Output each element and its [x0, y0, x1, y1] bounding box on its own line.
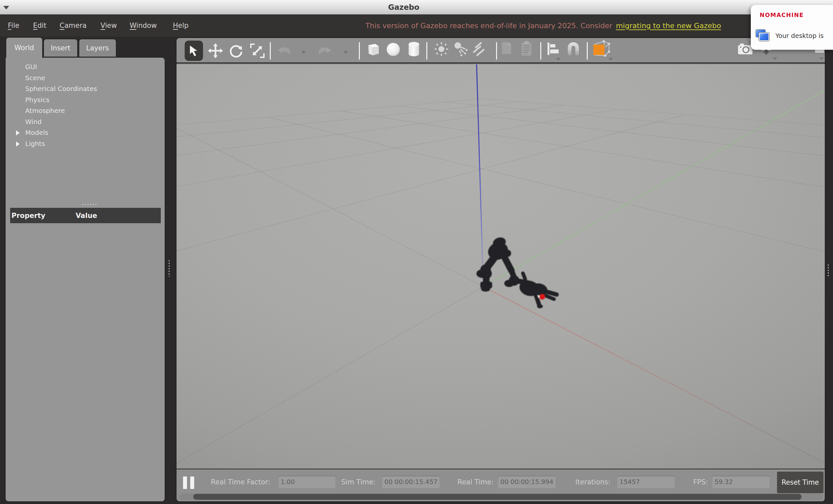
menu-file[interactable]: File	[8, 15, 19, 37]
tab-world[interactable]: World	[6, 37, 43, 58]
window-title: Gazebo	[388, 3, 420, 11]
eol-migrate-link[interactable]: migrating to the new Gazebo	[616, 22, 721, 30]
panel-splitter-handle[interactable]	[81, 204, 97, 205]
view-angle-tool-button[interactable]	[591, 40, 610, 59]
property-column-header: Property	[11, 212, 46, 220]
tree-item-models[interactable]: Models	[5, 127, 165, 138]
tree-item-wind[interactable]: Wind	[5, 117, 165, 128]
horizontal-scrollbar[interactable]	[179, 494, 823, 500]
align-caret-icon[interactable]	[556, 56, 561, 62]
undo-history-caret-icon[interactable]	[301, 49, 306, 55]
scale-tool-button[interactable]	[250, 44, 265, 59]
spot-light-tool-button[interactable]	[453, 42, 468, 58]
reset-time-button[interactable]: Reset Time	[777, 472, 824, 493]
value-column-header: Value	[76, 212, 97, 220]
tab-layers[interactable]: Layers	[79, 39, 116, 57]
right-splitter-handle[interactable]	[827, 264, 830, 276]
property-table-header: Property Value	[10, 208, 161, 223]
real-time-label: Real Time:	[457, 469, 494, 495]
paste-tool-button[interactable]	[520, 41, 534, 58]
ground-plane	[176, 65, 825, 469]
expand-arrow-icon[interactable]	[16, 142, 20, 147]
menu-window[interactable]: Window	[130, 15, 157, 37]
real-time-value: 00 00:00:15.994	[498, 476, 556, 488]
menu-edit[interactable]: Edit	[33, 15, 47, 37]
expand-arrow-icon[interactable]	[16, 130, 20, 135]
tree-item-scene[interactable]: Scene	[5, 73, 165, 84]
toolbar-separator	[359, 42, 360, 59]
tree-item-lights[interactable]: Lights	[5, 138, 165, 150]
nomachine-message: Your desktop is	[776, 32, 824, 40]
iterations-value: 15457	[617, 476, 675, 488]
cylinder-tool-button[interactable]	[407, 41, 421, 58]
snap-tool-button[interactable]	[566, 41, 581, 58]
rotate-tool-button[interactable]	[229, 43, 244, 59]
window-titlebar[interactable]: Gazebo	[0, 0, 833, 15]
view-angle-caret-icon[interactable]	[608, 56, 613, 62]
fps-value: 59.32	[712, 476, 770, 488]
horizontal-scrollbar-thumb[interactable]	[193, 494, 802, 500]
eol-banner: This version of Gazebo reaches end-of-li…	[365, 15, 721, 37]
world-panel: GUI Scene Spherical Coordinates Physics …	[5, 57, 165, 502]
tree-item-atmosphere[interactable]: Atmosphere	[5, 105, 165, 117]
statusbar: Real Time Factor: 1.00 Sim Time: 00 00:0…	[176, 469, 825, 502]
nomachine-desktop-icon-front	[759, 33, 769, 41]
real-time-factor-value: 1.00	[278, 476, 336, 488]
redo-tool-button[interactable]	[317, 45, 332, 58]
log-record-caret-icon[interactable]	[772, 55, 778, 61]
render-panel: Real Time Factor: 1.00 Sim Time: 00 00:0…	[176, 37, 825, 502]
toolbar-separator	[426, 42, 427, 59]
align-tool-button[interactable]	[546, 41, 560, 58]
nomachine-popup[interactable]: NOMACHINE Your desktop is	[751, 5, 833, 50]
undo-tool-button[interactable]	[277, 45, 291, 58]
tree-item-gui[interactable]: GUI	[5, 61, 165, 73]
viewport-3d-scene[interactable]	[176, 65, 825, 469]
right-panel-toggle-icon[interactable]	[815, 50, 824, 53]
toolbar-separator	[540, 42, 541, 59]
tab-insert[interactable]: Insert	[44, 39, 78, 57]
sim-time-value: 00 00:00:15.457	[382, 476, 440, 488]
iterations-label: Iterations:	[575, 469, 610, 495]
render-toolbar	[176, 38, 825, 64]
real-time-factor-label: Real Time Factor:	[211, 469, 270, 495]
redo-history-caret-icon[interactable]	[343, 49, 349, 55]
point-light-tool-button[interactable]	[434, 42, 449, 58]
end-effector-marker	[540, 294, 545, 300]
menubar: File Edit Camera View Window Help This v…	[0, 15, 833, 37]
toolbar-separator	[496, 42, 497, 59]
menu-help[interactable]: Help	[173, 15, 189, 37]
directional-light-tool-button[interactable]	[471, 42, 487, 58]
toolbar-separator	[587, 42, 588, 59]
left-splitter-handle[interactable]	[168, 259, 171, 277]
box-tool-button[interactable]	[365, 41, 381, 58]
window-menu-caret-icon[interactable]	[3, 6, 9, 9]
toolbar-separator	[270, 42, 271, 59]
fps-label: FPS:	[693, 469, 708, 495]
sphere-tool-button[interactable]	[385, 42, 401, 58]
pause-button[interactable]	[183, 477, 195, 489]
sim-time-label: Sim Time:	[341, 469, 376, 495]
tree-item-spherical-coordinates[interactable]: Spherical Coordinates	[5, 83, 165, 95]
menu-camera[interactable]: Camera	[60, 15, 87, 37]
translate-tool-button[interactable]	[208, 43, 223, 59]
select-tool-button[interactable]	[185, 41, 203, 61]
world-tree: GUI Scene Spherical Coordinates Physics …	[5, 61, 165, 149]
right-panel-caret-icon[interactable]	[819, 55, 824, 61]
copy-tool-button[interactable]	[500, 41, 514, 58]
tree-item-physics[interactable]: Physics	[5, 95, 165, 106]
nomachine-logo: NOMACHINE	[760, 12, 804, 18]
menu-view[interactable]: View	[100, 15, 117, 37]
